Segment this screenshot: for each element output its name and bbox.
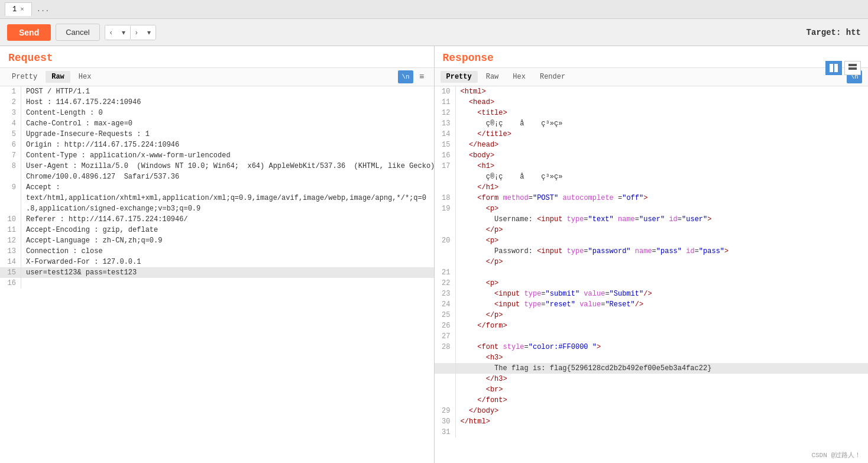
response-line-28d: </h3> bbox=[435, 374, 869, 384]
request-line-9b: text/html,application/xhtml+xml,applicat… bbox=[0, 193, 434, 203]
request-line-8b: Chrome/100.0.4896.127 Safari/537.36 bbox=[0, 171, 434, 182]
request-panel: Request Pretty Raw Hex \n ≡ 1 POST / HTT… bbox=[0, 46, 435, 463]
response-line-27: 27 bbox=[435, 331, 869, 342]
svg-rect-0 bbox=[830, 64, 833, 72]
response-title: Response bbox=[435, 46, 869, 68]
request-menu-icon[interactable]: ≡ bbox=[416, 70, 427, 83]
tab-1[interactable]: 1 × bbox=[5, 2, 32, 16]
response-line-24: 24 <input type="reset" value="Reset"/> bbox=[435, 299, 869, 310]
request-tab-hex[interactable]: Hex bbox=[73, 71, 98, 83]
response-line-19b: Username: <input type="text" name="user"… bbox=[435, 214, 869, 225]
request-line-2: 2 Host : 114.67.175.224:10946 bbox=[0, 97, 434, 108]
response-line-14: 14 </title> bbox=[435, 129, 869, 140]
response-code-area[interactable]: 10 <html> 11 <head> 12 <title> 13 ç®¡ç å… bbox=[435, 86, 869, 463]
request-code-area[interactable]: 1 POST / HTTP/1.1 2 Host : 114.67.175.22… bbox=[0, 86, 434, 463]
request-line-11: 11 Accept-Encoding : gzip, deflate bbox=[0, 225, 434, 235]
request-line-7: 7 Content-Type : application/x-www-form-… bbox=[0, 150, 434, 161]
response-line-16: 16 <body> bbox=[435, 150, 869, 161]
response-tab-hex[interactable]: Hex bbox=[507, 71, 532, 83]
svg-rect-3 bbox=[848, 67, 857, 70]
nav-forward-dropdown-button[interactable]: ▾ bbox=[142, 25, 156, 40]
response-line-28c: The flag is: flag{5296128cd2b2b492ef00e5… bbox=[435, 363, 869, 374]
response-tab-raw[interactable]: Raw bbox=[480, 71, 505, 83]
response-line-13: 13 ç®¡ç å ç³»ç» bbox=[435, 118, 869, 129]
request-line-5: 5 Upgrade-Insecure-Requests : 1 bbox=[0, 129, 434, 140]
toolbar: Send Cancel ‹ ▾ › ▾ Target: htt bbox=[0, 19, 868, 46]
tab-close-icon[interactable]: × bbox=[20, 6, 24, 13]
response-line-30: 30 </html> bbox=[435, 416, 869, 427]
response-tab-pretty[interactable]: Pretty bbox=[441, 71, 478, 83]
response-line-20a: 20 <p> bbox=[435, 235, 869, 246]
response-line-23: 23 <input type="submit" value="Submit"/> bbox=[435, 289, 869, 299]
nav-back-button[interactable]: ‹ bbox=[105, 25, 117, 40]
response-line-28a: 28 <font style="color:#FF0000 "> bbox=[435, 342, 869, 352]
response-line-31: 31 bbox=[435, 427, 869, 438]
request-line-15: 15 user=test123& pass=test123 bbox=[0, 267, 434, 278]
nav-forward-button[interactable]: › bbox=[131, 25, 142, 40]
request-line-16: 16 bbox=[0, 278, 434, 289]
response-line-17c: </h1> bbox=[435, 182, 869, 193]
response-line-18: 18 <form method="POST" autocomplete ="of… bbox=[435, 193, 869, 203]
request-tab-raw[interactable]: Raw bbox=[46, 71, 70, 83]
response-line-19c: </p> bbox=[435, 225, 869, 235]
request-line-14: 14 X-Forwarded-For : 127.0.0.1 bbox=[0, 257, 434, 267]
watermark: CSDN @过路人！ bbox=[811, 451, 861, 459]
response-line-26: 26 </form> bbox=[435, 320, 869, 331]
response-line-11: 11 <head> bbox=[435, 97, 869, 108]
tab-number: 1 bbox=[12, 5, 17, 14]
tab-ellipsis[interactable]: ... bbox=[32, 3, 54, 16]
svg-rect-2 bbox=[848, 64, 857, 66]
response-line-19a: 19 <p> bbox=[435, 203, 869, 214]
response-line-20b: Password: <input type="password" name="p… bbox=[435, 246, 869, 257]
send-button[interactable]: Send bbox=[7, 24, 51, 41]
response-line-17a: 17 <h1> bbox=[435, 161, 869, 171]
tab-bar: 1 × ... bbox=[0, 0, 868, 19]
nav-back-dropdown-button[interactable]: ▾ bbox=[117, 25, 130, 40]
request-line-3: 3 Content-Length : 0 bbox=[0, 108, 434, 118]
request-tab-pretty[interactable]: Pretty bbox=[6, 71, 43, 83]
request-line-9a: 9 Accept : bbox=[0, 182, 434, 193]
request-line-4: 4 Cache-Control : max-age=0 bbox=[0, 118, 434, 129]
response-line-20c: </p> bbox=[435, 257, 869, 267]
split-view-button[interactable] bbox=[825, 61, 842, 75]
single-view-button[interactable] bbox=[844, 61, 861, 75]
response-line-17b: ç®¡ç å ç³»ç» bbox=[435, 171, 869, 182]
request-line-12: 12 Accept-Language : zh-CN,zh;q=0.9 bbox=[0, 235, 434, 246]
svg-rect-1 bbox=[834, 64, 838, 72]
view-toggle bbox=[825, 61, 861, 75]
response-line-29: 29 </body> bbox=[435, 406, 869, 416]
request-line-10: 10 Referer : http://114.67.175.224:10946… bbox=[0, 214, 434, 225]
response-tab-render[interactable]: Render bbox=[534, 71, 571, 83]
request-line-13: 13 Connection : close bbox=[0, 246, 434, 257]
response-panel: Response Pretty Raw Hex Render \n 10 <ht… bbox=[435, 46, 869, 463]
response-line-15: 15 </head> bbox=[435, 140, 869, 150]
response-tabs: Pretty Raw Hex Render \n bbox=[435, 68, 869, 86]
response-line-28f: </font> bbox=[435, 395, 869, 406]
request-line-1: 1 POST / HTTP/1.1 bbox=[0, 86, 434, 97]
target-label: Target: htt bbox=[807, 28, 861, 37]
response-line-25: 25 </p> bbox=[435, 310, 869, 320]
response-line-21: 21 bbox=[435, 267, 869, 278]
request-line-9c: .8,application/signed-exchange;v=b3;q=0.… bbox=[0, 203, 434, 214]
response-line-28e: <br> bbox=[435, 384, 869, 395]
cancel-button[interactable]: Cancel bbox=[56, 24, 99, 41]
request-newline-icon[interactable]: \n bbox=[398, 70, 413, 83]
nav-group: ‹ ▾ › ▾ bbox=[105, 25, 156, 40]
response-line-28b: <h3> bbox=[435, 352, 869, 363]
main-content: Request Pretty Raw Hex \n ≡ 1 POST / HTT… bbox=[0, 46, 868, 463]
request-line-8a: 8 User-Agent : Mozilla/5.0 (Windows NT 1… bbox=[0, 161, 434, 171]
request-tabs: Pretty Raw Hex \n ≡ bbox=[0, 68, 434, 86]
request-title: Request bbox=[0, 46, 434, 68]
response-line-12: 12 <title> bbox=[435, 108, 869, 118]
response-line-10: 10 <html> bbox=[435, 86, 869, 97]
response-line-22: 22 <p> bbox=[435, 278, 869, 289]
request-line-6: 6 Origin : http://114.67.175.224:10946 bbox=[0, 140, 434, 150]
